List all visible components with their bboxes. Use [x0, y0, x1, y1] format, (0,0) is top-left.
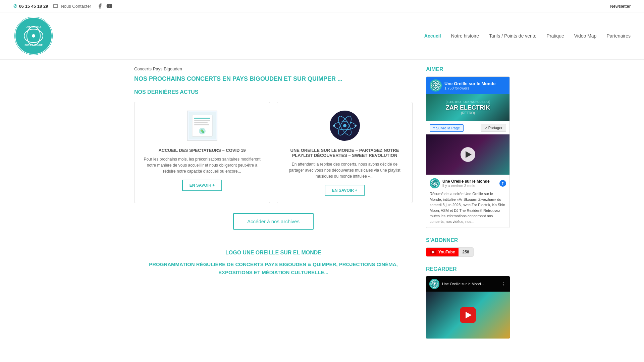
fb-post-page-name: Une Oreille sur le Monde	[442, 179, 490, 184]
footer-logo-title: LOGO UNE OREILLE SUR EL MONDE	[134, 250, 413, 256]
youtube-icon[interactable]	[106, 3, 113, 9]
card-sweet-btn[interactable]: EN SAVOIR +	[325, 185, 365, 196]
newsletter-link[interactable]: Newsletter	[610, 4, 631, 9]
main-nav: Accueil Notre histoire Tarifs / Points d…	[424, 33, 631, 39]
newsletter-area: Newsletter	[610, 3, 631, 9]
main-container: Concerts Pays Bigouden NOS PROCHAINS CON…	[127, 60, 517, 355]
yt-logo: YouTube	[426, 248, 459, 256]
nav-accueil[interactable]: Accueil	[424, 33, 441, 39]
logo-container: UNE OREILLE SUR LE MONDE	[13, 16, 54, 56]
svg-point-33	[434, 183, 436, 184]
site-logo[interactable]: UNE OREILLE SUR LE MONDE	[13, 16, 54, 56]
svg-rect-10	[194, 118, 210, 119]
sabonner-title: S'ABONNER	[426, 237, 510, 243]
fb-post-name-area: Une Oreille sur le Monde il y a environ …	[442, 179, 490, 188]
nav-tarifs[interactable]: Tarifs / Points de vente	[489, 33, 537, 39]
cards-row: 🦠 ACCUEIL DES SPECTATEURS – COVID 19 Pou…	[134, 102, 413, 203]
nav-videomap[interactable]: Video Map	[574, 33, 597, 39]
fb-widget-actions: f Suivre la Page ↗ Partager	[426, 121, 509, 134]
sidebar: AIMER Une Orei	[426, 66, 510, 348]
sidebar-aimer: AIMER Une Orei	[426, 66, 510, 228]
card-covid-title: ACCUEIL DES SPECTATEURS – COVID 19	[158, 148, 246, 153]
fb-brand-icon: f	[499, 180, 506, 187]
phone-number: ✆ 06 15 45 18 29	[13, 4, 48, 9]
fb-icon-small: f	[433, 126, 435, 130]
fb-post-section: Une Oreille sur le Monde il y a environ …	[426, 175, 509, 228]
share-icon: ↗	[484, 126, 487, 130]
archive-button[interactable]: Accéder à nos archives	[233, 213, 314, 230]
top-bar: ✆ 06 15 45 18 29 Nous Contacter Newslett…	[0, 0, 644, 12]
svg-rect-13	[194, 124, 209, 125]
main-section-title: NOS PROCHAINS CONCERTS EN PAYS BIGOUDEN …	[134, 75, 413, 82]
covid-img-placeholder: 🦠	[187, 111, 217, 141]
content-area: Concerts Pays Bigouden NOS PROCHAINS CON…	[134, 66, 413, 348]
fb-cover-image: [ELECTRO FOLK WORLDBEAT] ZAR ELECTRIK (R…	[426, 94, 509, 121]
svg-point-28	[435, 84, 437, 86]
fb-share-button[interactable]: ↗ Partager	[481, 124, 506, 132]
fb-video-area	[426, 134, 509, 175]
yt-label: YouTube	[438, 250, 455, 254]
fb-follow-button[interactable]: f Suivre la Page	[430, 124, 464, 132]
fb-post-timestamp: il y a environ 3 mois	[442, 184, 490, 188]
fb-play-triangle-icon	[466, 151, 472, 158]
svg-point-21	[355, 125, 357, 127]
fb-post-avatar	[430, 178, 440, 188]
facebook-icon[interactable]	[97, 3, 103, 9]
footer-content: LOGO UNE OREILLE SUR EL MONDE PROGRAMMAT…	[134, 243, 413, 283]
yt-play-icon	[430, 250, 436, 254]
nav-pratique[interactable]: Pratique	[547, 33, 564, 39]
svg-point-5	[32, 34, 35, 38]
top-bar-left: ✆ 06 15 45 18 29 Nous Contacter	[13, 3, 113, 9]
regarder-video-widget: Une Oreille sur le Mond... ⋮	[426, 276, 510, 339]
fb-followers-count: 1 750 followers	[444, 86, 495, 90]
fb-page-name: Une Oreille sur le Monde	[444, 81, 495, 86]
fb-post-text: Résumé de la soirée Une Oreille sur le M…	[430, 191, 506, 224]
svg-text:SUR LE MONDE: SUR LE MONDE	[24, 44, 43, 46]
fb-band-label: [ELECTRO FOLK WORLDBEAT]	[446, 100, 490, 104]
contact-link[interactable]: Nous Contacter	[53, 4, 91, 9]
nav-partenaires[interactable]: Partenaires	[606, 33, 631, 39]
svg-rect-11	[194, 120, 210, 121]
svg-point-22	[333, 125, 335, 127]
sidebar-sabonner: S'ABONNER YouTube 258	[426, 237, 510, 257]
card-sweet: UNE OREILLE SUR LE MONDE – PARTAGEZ NOTR…	[277, 102, 413, 203]
envelope-icon	[53, 4, 58, 8]
archive-btn-container: Accéder à nos archives	[134, 213, 413, 230]
footer-promo-text: PROGRAMMATION RÉGULIÈRE DE CONCERTS PAYS…	[134, 260, 413, 277]
breadcrumb: Concerts Pays Bigouden	[134, 66, 413, 71]
regarder-more-options[interactable]: ⋮	[501, 281, 506, 287]
social-icons	[97, 3, 113, 9]
card-covid-text: Pour les prochains mois, les préconisati…	[141, 156, 263, 174]
regarder-play-triangle-icon	[466, 312, 472, 318]
svg-point-20	[343, 124, 346, 127]
header: UNE OREILLE SUR LE MONDE Accueil Notre h…	[0, 12, 644, 60]
regarder-channel-avatar	[429, 279, 439, 289]
regarder-video-area[interactable]	[426, 292, 510, 339]
phone-bullet-icon: ✆	[13, 4, 17, 9]
facebook-widget: Une Oreille sur le Monde 1 750 followers…	[426, 76, 510, 228]
fb-play-button[interactable]	[461, 147, 475, 162]
fb-band-sub: (RETRO)	[446, 111, 490, 115]
news-section-title: NOS DERNIÈRES ACTUS	[134, 89, 413, 95]
nav-histoire[interactable]: Notre histoire	[451, 33, 479, 39]
card-sweet-title: UNE OREILLE SUR LE MONDE – PARTAGEZ NOTR…	[284, 148, 406, 158]
regarder-video-header: Une Oreille sur le Mond... ⋮	[426, 276, 510, 292]
svg-rect-12	[194, 122, 208, 123]
regarder-play-button[interactable]	[460, 307, 476, 323]
regarder-channel-name: Une Oreille sur le Mond...	[442, 282, 498, 286]
svg-point-40	[434, 283, 435, 285]
card-covid: 🦠 ACCUEIL DES SPECTATEURS – COVID 19 Pou…	[134, 102, 270, 203]
youtube-subscribe-widget[interactable]: YouTube 258	[426, 247, 474, 257]
fb-band-name: ZAR ELECTRIK	[446, 104, 490, 111]
svg-text:🦠: 🦠	[200, 129, 205, 133]
fb-page-avatar	[430, 79, 442, 92]
fb-post-header: Une Oreille sur le Monde il y a environ …	[430, 178, 506, 188]
card-covid-btn[interactable]: EN SAVOIR +	[182, 180, 222, 191]
aimer-title: AIMER	[426, 66, 510, 72]
yt-subscriber-count: 258	[459, 248, 473, 256]
fb-widget-header: Une Oreille sur le Monde 1 750 followers	[426, 77, 509, 94]
card-covid-image: 🦠	[185, 109, 219, 142]
card-sweet-text: En attendant la reprise des concerts, no…	[284, 161, 406, 179]
sweet-img-placeholder	[330, 111, 360, 141]
regarder-title: REGARDER	[426, 266, 510, 272]
